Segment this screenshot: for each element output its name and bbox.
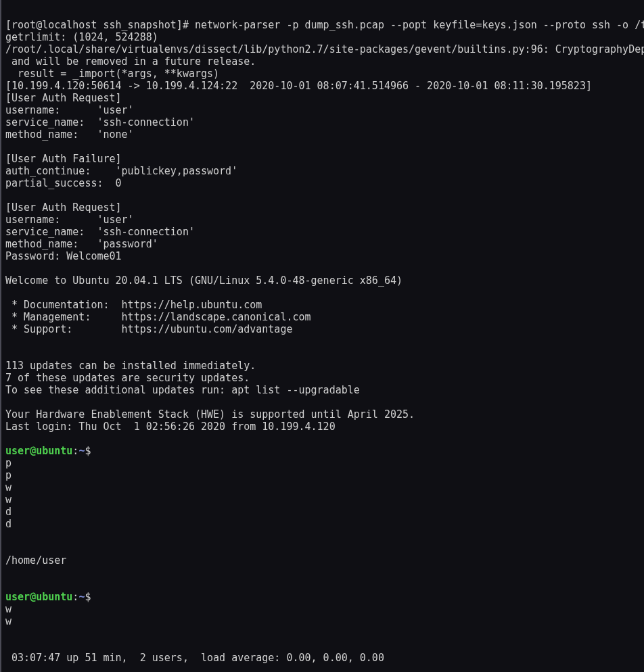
output-line: auth_continue: 'publickey,password': [5, 165, 237, 177]
prompt-at: @: [30, 445, 36, 457]
output-line: 7 of these updates are security updates.: [5, 372, 250, 384]
output-line: Your Hardware Enablement Stack (HWE) is …: [5, 408, 415, 421]
prompt-dollar: $: [85, 591, 91, 603]
output-line: method_name: 'none': [5, 128, 134, 141]
output-line: Last login: Thu Oct 1 02:56:26 2020 from…: [5, 421, 336, 433]
typed-key: w: [5, 494, 12, 506]
output-line: service_name: 'ssh-connection': [5, 116, 195, 128]
output-line: username: 'user': [5, 104, 134, 116]
output-line: * Support: https://ubuntu.com/advantage: [5, 323, 292, 335]
output-line: method_name: 'password': [5, 238, 158, 250]
prompt-dollar: $: [85, 445, 91, 457]
output-line: 03:07:47 up 51 min, 2 users, load averag…: [5, 652, 384, 664]
output-line: To see these additional updates run: apt…: [5, 384, 360, 396]
prompt-user: user: [5, 445, 30, 457]
command-text: network-parser -p dump_ssh.pcap --popt k…: [195, 19, 644, 31]
output-line: [User Auth Failure]: [5, 153, 122, 165]
typed-key: d: [5, 506, 12, 518]
output-line: result = _import(*args, **kwargs): [5, 68, 219, 80]
typed-key: w: [5, 603, 12, 615]
output-line: service_name: 'ssh-connection': [5, 226, 195, 238]
output-line: and will be removed in a future release.: [5, 55, 256, 68]
output-line: /home/user: [5, 554, 66, 567]
typed-key: w: [5, 481, 12, 494]
root-prompt: [root@localhost ssh_snapshot]#: [5, 19, 195, 31]
output-line: Password: Welcome01: [5, 250, 122, 262]
output-line: username: 'user': [5, 214, 134, 226]
output-line: [User Auth Request]: [5, 201, 122, 214]
typed-key: p: [5, 469, 12, 481]
typed-key: p: [5, 457, 12, 469]
output-line: [10.199.4.120:50614 -> 10.199.4.124:22 2…: [5, 80, 592, 92]
prompt-host: ubuntu: [36, 445, 72, 457]
output-line: 113 updates can be installed immediately…: [5, 360, 256, 372]
output-line: [User Auth Request]: [5, 92, 122, 104]
prompt-host: ubuntu: [36, 591, 72, 603]
output-line: Welcome to Ubuntu 20.04.1 LTS (GNU/Linux…: [5, 274, 402, 287]
typed-key: d: [5, 518, 12, 530]
output-line: partial_success: 0: [5, 177, 122, 189]
prompt-user: user: [5, 591, 30, 603]
output-line: /root/.local/share/virtualenvs/dissect/l…: [5, 43, 644, 55]
terminal-pane[interactable]: [root@localhost ssh_snapshot]# network-p…: [0, 0, 644, 672]
typed-key: w: [5, 615, 12, 627]
output-line: * Management: https://landscape.canonica…: [5, 311, 311, 323]
output-line: getrlimit: (1024, 524288): [5, 31, 158, 43]
prompt-at: @: [30, 591, 36, 603]
output-line: * Documentation: https://help.ubuntu.com: [5, 299, 262, 311]
